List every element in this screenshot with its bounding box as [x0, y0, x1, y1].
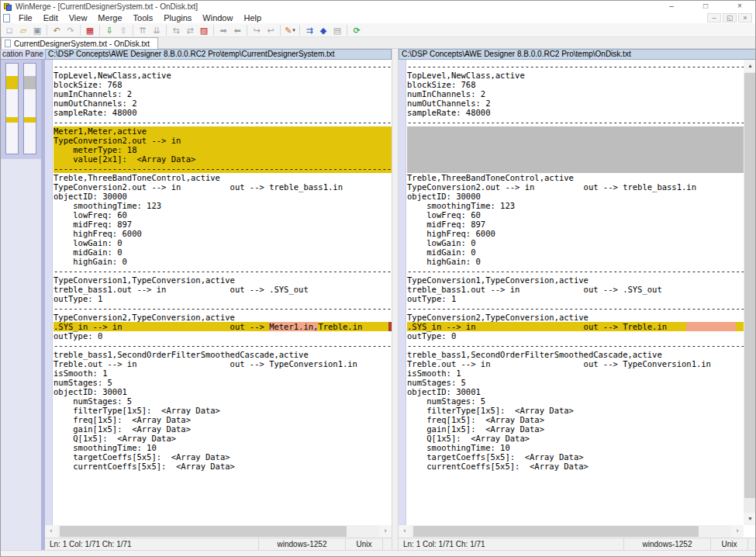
code-line: numStages: 5 — [54, 378, 392, 387]
code-line: sampleRate: 48000 — [54, 108, 392, 117]
location-bar-right-file[interactable] — [23, 63, 36, 154]
code-line: Q[1x5]: <Array Data> — [407, 434, 744, 443]
scroll-left-arrow-icon[interactable]: ‹ — [399, 525, 411, 538]
menu-tools[interactable]: Tools — [128, 12, 159, 23]
code-line: freq[1x5]: <Array Data> — [54, 415, 392, 424]
redo-icon[interactable]: ↷ — [64, 24, 78, 36]
copy-right-icon[interactable]: ➡ — [216, 24, 230, 36]
code-line: numInChannels: 2 — [54, 89, 392, 99]
menu-help[interactable]: Help — [238, 12, 267, 23]
highlight-icon[interactable]: ✎▾ — [283, 24, 297, 36]
auto-merge-icon[interactable]: ⇉ — [302, 24, 316, 36]
current-difference-icon[interactable]: ⇆ — [169, 24, 183, 36]
tab-comparison[interactable]: CurrentDesignerSystem.txt - OnDisk.txt — [1, 37, 158, 49]
code-line: Q[1x5]: <Array Data> — [54, 434, 392, 443]
right-horizontal-scrollbar[interactable]: ‹ › — [399, 525, 744, 538]
toolbar-separator — [299, 25, 300, 36]
last-difference-icon[interactable]: ⇊ — [150, 24, 164, 36]
options-filter-icon[interactable]: ▦ — [83, 24, 97, 36]
left-status-position: Ln: 1 Col: 1/71 Ch: 1/71 — [45, 540, 258, 548]
right-status-eol: Unix — [710, 538, 747, 551]
code-line: blockSize: 768 — [407, 80, 744, 89]
window-maximize-button[interactable]: □ — [689, 1, 723, 12]
new-icon[interactable]: □ — [2, 24, 16, 36]
scroll-up-arrow-icon[interactable]: ▲ — [744, 60, 756, 72]
code-line: isSmooth: 1 — [54, 368, 392, 378]
word-diff-highlight — [686, 322, 735, 331]
left-status-eol: Unix — [345, 538, 382, 551]
mdi-minimize-button[interactable]: – — [707, 13, 721, 22]
location-diff-segment[interactable] — [6, 76, 18, 89]
menu-plugins[interactable]: Plugins — [158, 12, 197, 23]
code-line: filterType[1x5]: <Array Data> — [54, 406, 392, 415]
menu-bar: FileEditViewMergeToolsPluginsWindowHelp … — [1, 12, 756, 23]
dropdown-caret-icon[interactable]: ▾ — [292, 24, 295, 36]
toolbar-separator — [166, 25, 167, 36]
next-difference-icon[interactable]: ⇩ — [102, 24, 116, 36]
menu-view[interactable]: View — [64, 12, 93, 23]
toolbar-separator — [99, 25, 100, 36]
left-hscroll-thumb[interactable] — [60, 526, 347, 537]
scroll-left-arrow-icon[interactable]: ‹ — [45, 525, 57, 538]
code-line: objectID: 30000 — [407, 192, 744, 201]
code-line: TypeConversion2,TypeConversion,active — [54, 313, 392, 322]
location-ghost-segment[interactable] — [24, 76, 36, 89]
code-line: lowFreq: 60 — [407, 210, 744, 220]
code-line: ----------------------------------------… — [407, 266, 744, 275]
save-icon[interactable]: ▣ — [30, 24, 44, 36]
window-minimize-button[interactable]: – — [654, 1, 689, 12]
first-difference-icon[interactable]: ⇈ — [136, 24, 150, 36]
select-line-difference-icon[interactable]: ▨ — [197, 24, 211, 36]
undo-icon[interactable]: ↶ — [50, 24, 64, 36]
menu-window[interactable]: Window — [197, 12, 238, 23]
ghost-line — [407, 164, 744, 173]
scroll-right-arrow-icon[interactable]: › — [379, 525, 392, 538]
tab-document-icon — [5, 40, 11, 47]
code-line: filterType[1x5]: <Array Data> — [407, 406, 744, 415]
code-line: freq[1x5]: <Array Data> — [407, 415, 744, 424]
scroll-right-arrow-icon[interactable]: › — [731, 525, 744, 538]
code-line: gain[1x5]: <Array Data> — [54, 424, 392, 434]
plugins-icon[interactable]: ◆ — [316, 24, 330, 36]
mdi-close-button[interactable]: × — [738, 13, 752, 22]
menu-edit[interactable]: Edit — [38, 12, 64, 23]
copy-left-and-advance-icon[interactable]: ↩ — [264, 24, 278, 36]
toolbar-separator — [280, 25, 281, 36]
code-line: Treble,ThreeBandToneControl,active — [407, 173, 744, 182]
location-diff-segment[interactable] — [24, 117, 36, 122]
scroll-down-arrow-icon[interactable]: ▼ — [744, 513, 756, 525]
refresh-icon[interactable]: ⟳ — [350, 24, 364, 36]
vertical-scrollbar[interactable]: ▲ ▼ — [744, 60, 756, 525]
next-conflict-icon[interactable]: ⇄ — [183, 24, 197, 36]
mdi-restore-button[interactable]: ◱ — [723, 13, 737, 22]
code-line: lowGain: 0 — [54, 238, 392, 247]
window-close-button[interactable]: × — [723, 1, 756, 12]
winmerge-app-icon — [4, 3, 12, 11]
location-bar-left-file[interactable] — [5, 63, 19, 154]
previous-difference-icon[interactable]: ⇧ — [116, 24, 130, 36]
location-diff-segment[interactable] — [6, 117, 18, 122]
code-line: smoothingTime: 10 — [54, 443, 392, 452]
manual-merge-icon[interactable]: ▤ — [330, 24, 344, 36]
code-line: lowFreq: 60 — [54, 210, 392, 220]
code-line: numStages: 5 — [54, 396, 392, 406]
code-line: treble_bass1,SecondOrderFilterSmoothedCa… — [407, 350, 744, 359]
code-line: objectID: 30001 — [54, 387, 392, 396]
code-line: TypeConversion2.out --> in out --> trebl… — [407, 182, 744, 192]
copy-left-icon[interactable]: ⬅ — [230, 24, 244, 36]
code-line: numOutChannels: 2 — [54, 99, 392, 108]
code-line: ----------------------------------------… — [54, 61, 392, 71]
left-horizontal-scrollbar[interactable]: ‹ › — [45, 525, 392, 538]
copy-right-and-advance-icon[interactable]: ↪ — [250, 24, 264, 36]
menu-file[interactable]: File — [13, 12, 38, 23]
vscroll-thumb[interactable] — [744, 73, 756, 498]
right-hscroll-thumb[interactable] — [413, 526, 699, 537]
left-pane-editor[interactable]: ----------------------------------------… — [45, 60, 392, 525]
location-pane: cation Pane × — [1, 49, 45, 550]
open-icon[interactable]: ▱ — [16, 24, 30, 36]
right-pane-editor[interactable]: ----------------------------------------… — [399, 60, 744, 525]
pane-splitter[interactable] — [392, 49, 399, 550]
window-title: WinMerge - [CurrentDesignerSystem.txt - … — [16, 2, 198, 11]
menu-merge[interactable]: Merge — [92, 12, 127, 23]
code-line: smoothingTime: 123 — [54, 201, 392, 210]
